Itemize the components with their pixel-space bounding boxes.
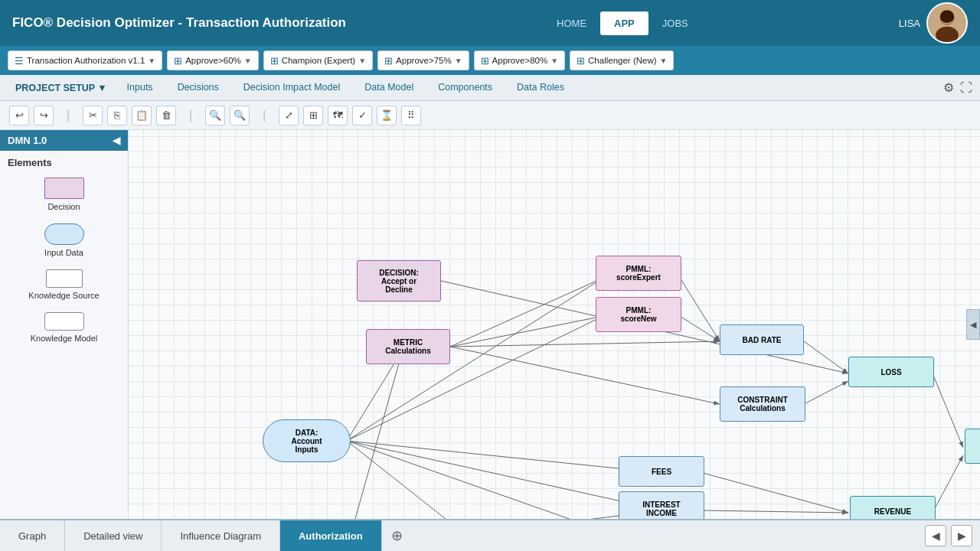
svg-line-26 [703,510,848,513]
grid-icon-3: ⊞ [384,55,393,67]
node-loss[interactable]: LOSS [848,357,934,387]
history-button[interactable]: ⌛ [377,106,397,126]
project-setup-label: PROJECT SETUP [15,83,95,93]
input-data-label: Input Data [44,248,83,257]
project-icon: ☰ [15,55,24,67]
node-interest-income[interactable]: INTERESTINCOME [619,491,704,519]
node-revenue[interactable]: REVENUE [850,496,936,519]
tab-project-setup[interactable]: PROJECT SETUP ▼ [8,78,115,98]
bottom-tab-add-button[interactable]: ⊕ [382,520,412,551]
tab-data-roles[interactable]: Data Roles [505,77,577,99]
right-collapse-button[interactable]: ◀ [966,309,980,340]
svg-line-13 [347,350,403,519]
tab-decision-impact[interactable]: Decision Impact Model [231,77,352,99]
copy-button[interactable]: ⎘ [107,106,127,126]
bottom-tabs: Graph Detailed view Influence Diagram Au… [0,519,980,551]
dropdown-champion[interactable]: ⊞ Champion (Expert) ▼ [263,51,373,70]
svg-line-12 [347,441,523,519]
caret-icon-2: ▼ [358,57,366,65]
toolbar-row: ☰ Transaction Authorization v1.1 ▼ ⊞ App… [0,46,980,75]
node-fees[interactable]: FEES [619,456,704,487]
dmn-header: DMN 1.0 ◀ [0,130,128,151]
knowledge-source-label: Knowledge Source [28,291,99,300]
decision-shape-icon [44,178,84,199]
node-pmml-new[interactable]: PMML:scoreNew [596,297,681,332]
cut-button[interactable]: ✂ [83,106,103,126]
dropdown-challenger[interactable]: ⊞ Challenger (New) ▼ [570,51,674,70]
node-metric[interactable]: METRICCalculations [366,329,450,364]
icon-toolbar: ↩ ↪ | ✂ ⎘ 📋 🗑 | 🔍 🔍 | ⤢ ⊞ 🗺 ✓ ⌛ ⠿ [0,101,980,130]
dmn-version-label: DMN 1.0 [8,135,47,146]
bottom-tab-influence[interactable]: Influence Diagram [162,520,280,551]
svg-line-19 [450,278,603,347]
svg-line-20 [450,316,603,347]
nav-app[interactable]: APP [600,11,648,35]
node-pmml-expert[interactable]: PMML:scoreExpert [596,256,681,291]
nav-bar: HOME APP JOBS [537,9,708,37]
bottom-tab-graph[interactable]: Graph [0,520,65,551]
element-decision[interactable]: Decision [0,171,128,217]
redo-button[interactable]: ↪ [34,106,54,126]
element-knowledge-model[interactable]: Knowledge Model [0,306,128,349]
nav-next-button[interactable]: ▶ [951,525,972,546]
knowledge-source-shape-icon [46,269,83,288]
apps-button[interactable]: ⠿ [401,106,421,126]
dropdown-approve80-label: Approve>80% [492,56,548,65]
caret-icon-4: ▼ [550,57,558,65]
graph-canvas[interactable]: DECISION:Accept orDecline METRICCalculat… [129,130,980,519]
dropdown-approve75[interactable]: ⊞ Approve>75% ▼ [377,51,469,70]
tab-data-model[interactable]: Data Model [352,77,426,99]
project-setup-caret: ▼ [97,83,106,93]
caret-icon-3: ▼ [455,57,462,65]
fullscreen-icon[interactable]: ⛶ [960,81,972,95]
map-button[interactable]: 🗺 [328,106,348,126]
nav-home[interactable]: HOME [543,11,600,35]
knowledge-model-label: Knowledge Model [31,334,97,343]
user-name: LISA [899,18,920,29]
zoom-in-button[interactable]: 🔍 [230,106,250,126]
bottom-nav-right: ◀ ▶ [925,520,980,551]
dmn-collapse-icon[interactable]: ◀ [113,135,120,146]
node-bad-rate[interactable]: BAD RATE [720,324,804,355]
node-decision[interactable]: DECISION:Accept orDecline [357,260,441,302]
paste-button[interactable]: 📋 [132,106,152,126]
element-knowledge-source[interactable]: Knowledge Source [0,263,128,306]
tab-decisions[interactable]: Decisions [165,77,231,99]
dropdown-approve80[interactable]: ⊞ Approve>80% ▼ [474,51,565,70]
grid-toggle-button[interactable]: ⊞ [303,106,323,126]
svg-line-10 [347,441,663,510]
dropdown-approve60[interactable]: ⊞ Approve>60% ▼ [167,51,258,70]
dropdown-approve60-label: Approve>60% [185,56,241,65]
svg-line-21 [450,341,720,347]
settings-icon[interactable]: ⚙ [943,80,954,95]
bottom-tab-detailed[interactable]: Detailed view [65,520,162,551]
undo-button[interactable]: ↩ [9,106,29,126]
elements-label: Elements [0,151,128,171]
left-panel: DMN 1.0 ◀ Elements Decision Input Data K… [0,130,129,519]
tab-components[interactable]: Components [426,77,505,99]
bottom-tab-authorization[interactable]: Authorization [280,520,382,551]
fit-button[interactable]: ⤢ [279,106,299,126]
dropdown-approve75-label: Approve>75% [396,56,452,65]
right-collapse-icon: ◀ [970,320,976,330]
separator-1: | [58,106,78,126]
svg-point-4 [940,10,955,23]
grid-icon-4: ⊞ [481,55,489,67]
main-content: DMN 1.0 ◀ Elements Decision Input Data K… [0,130,980,519]
nav-prev-button[interactable]: ◀ [925,525,946,546]
svg-line-25 [703,473,848,513]
tab-inputs[interactable]: Inputs [115,77,165,99]
check-button[interactable]: ✓ [352,106,372,126]
node-profit[interactable]: PROFIT [965,429,980,464]
zoom-out-button[interactable]: 🔍 [205,106,225,126]
node-constraint[interactable]: CONSTRAINTCalculations [720,386,805,422]
node-data-account[interactable]: DATA:AccountInputs [263,419,351,462]
dropdown-project[interactable]: ☰ Transaction Authorization v1.1 ▼ [8,51,162,70]
svg-line-14 [347,510,663,519]
element-input-data[interactable]: Input Data [0,217,128,263]
svg-line-23 [804,341,848,373]
delete-button[interactable]: 🗑 [156,106,176,126]
arrows-svg [129,130,980,519]
svg-line-9 [347,441,663,473]
nav-jobs[interactable]: JOBS [648,11,702,35]
